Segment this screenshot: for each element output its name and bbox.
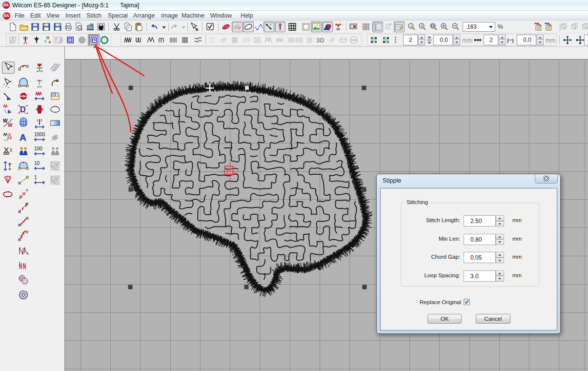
- svg-text:W: W: [3, 118, 8, 124]
- svg-text:2: 2: [574, 26, 577, 30]
- svg-text:3: 3: [585, 26, 588, 30]
- svg-text:100: 100: [34, 146, 42, 151]
- svg-text:A: A: [20, 132, 26, 143]
- svg-text:1000: 1000: [34, 132, 45, 137]
- svg-text:10: 10: [34, 161, 40, 166]
- svg-text:1: 1: [34, 175, 37, 180]
- svg-text:0: 0: [421, 24, 423, 28]
- svg-text:1: 1: [564, 26, 566, 30]
- svg-text:1: 1: [410, 24, 412, 28]
- svg-text:W: W: [8, 123, 13, 128]
